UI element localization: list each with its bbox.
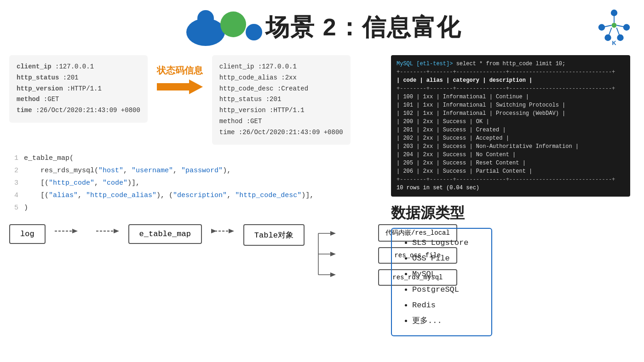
mysql-row-10: | 206 | 2xx | Success | Partial Content …: [397, 167, 625, 175]
top-section: client_ip :127.0.0.1 http_status :201 ht…: [9, 55, 386, 145]
main-content: client_ip :127.0.0.1 http_status :201 ht…: [0, 55, 644, 362]
datasource-section: 数据源类型 SLS Logstore OSS File MySQL Postgr…: [391, 203, 635, 336]
code-text-3: [("http_code", "code")],: [24, 177, 140, 189]
svg-marker-32: [330, 252, 336, 256]
datasource-item-4: PostgreSQL: [412, 282, 480, 298]
datasource-box: SLS Logstore OSS File MySQL PostgreSQL R…: [391, 228, 492, 336]
mysql-header: | code | alias | category | description …: [397, 76, 625, 85]
svg-marker-16: [157, 79, 203, 94]
logo-right: K: [593, 5, 635, 46]
mysql-row-1: | 100 | 1xx | Informational | Continue |: [397, 93, 625, 101]
code-line-4: 4 [("alias", "http_code_alias"), ("descr…: [9, 189, 386, 202]
svg-point-9: [612, 23, 617, 28]
mysql-row-9: | 205 | 2xx | Success | Reset Content |: [397, 159, 625, 167]
enriched-field-6: method :GET: [219, 116, 343, 127]
mysql-prompt: MySQL [etl-test]>: [397, 61, 453, 67]
datasource-item-5: Redis: [412, 298, 480, 313]
datasource-item-6: 更多...: [412, 313, 480, 329]
log-record: client_ip :127.0.0.1 http_status :201 ht…: [9, 55, 148, 123]
enriched-field-5: http_version :HTTP/1.1: [219, 105, 343, 116]
mysql-separator-bot: +--------+-------+---------------+------…: [397, 175, 625, 184]
code-line-1: 1 e_table_map(: [9, 152, 386, 164]
code-text-5: ): [24, 202, 28, 214]
diag-sources: [314, 224, 369, 284]
log-field-3: http_version :HTTP/1.1: [17, 84, 140, 95]
svg-marker-23: [114, 229, 119, 233]
code-section: 1 e_table_map( 2 res_rds_mysql("host", "…: [9, 149, 386, 217]
mysql-row-7: | 203 | 2xx | Success | Non-Authoritativ…: [397, 142, 625, 151]
diag-etl-box: e_table_map: [128, 224, 202, 244]
diag-log-box: log: [9, 224, 46, 244]
diag-arrow-2: [96, 224, 119, 238]
line-num-5: 5: [9, 202, 18, 214]
arrow-label: 状态码信息: [157, 64, 203, 77]
log-field-2: http_status :201: [17, 73, 140, 84]
code-line-3: 3 [("http_code", "code")],: [9, 177, 386, 189]
logo-left: [183, 7, 265, 48]
diag-source-connections: [314, 224, 369, 284]
diag-log-label: log: [20, 230, 34, 238]
line-num-4: 4: [9, 189, 18, 202]
svg-marker-18: [72, 229, 78, 233]
svg-marker-33: [330, 272, 336, 277]
datasource-item-3: MySQL: [412, 266, 480, 282]
diag-arrow-3: [211, 224, 234, 238]
code-line-2: 2 res_rds_mysql("host", "username", "pas…: [9, 164, 386, 177]
enriched-field-2: http_code_alias :2xx: [219, 73, 343, 84]
diag-arrow-1: [55, 224, 78, 238]
log-field-4: method :GET: [17, 94, 140, 105]
svg-marker-26: [229, 229, 234, 233]
mysql-row-6: | 202 | 2xx | Success | Accepted |: [397, 134, 625, 142]
diag-table-box: Table对象: [243, 224, 305, 246]
mysql-row-4: | 200 | 2xx | Success | OK |: [397, 118, 625, 126]
page-title: 场景 2：信息富化: [265, 11, 461, 44]
mysql-separator-mid: +--------+-------+---------------+------…: [397, 85, 625, 93]
mysql-row-8: | 204 | 2xx | Success | No Content |: [397, 151, 625, 159]
mysql-row-2: | 101 | 1xx | Informational | Switching …: [397, 101, 625, 109]
diag-table-label: Table对象: [254, 231, 293, 240]
left-panel: client_ip :127.0.0.1 http_status :201 ht…: [9, 55, 386, 362]
mysql-row-3: | 102 | 1xx | Informational | Processing…: [397, 109, 625, 118]
arrow-section: 状态码信息: [152, 55, 207, 95]
enriched-field-4: http_status :201: [219, 94, 343, 105]
datasource-list: SLS Logstore OSS File MySQL PostgreSQL R…: [403, 235, 480, 329]
line-num-2: 2: [9, 164, 18, 177]
diag-arrow-icon-3: [211, 224, 234, 238]
mysql-summary: 10 rows in set (0.04 sec): [397, 184, 625, 192]
enriched-field-1: client_ip :127.0.0.1: [219, 62, 343, 73]
log-field-1: client_ip :127.0.0.1: [17, 62, 140, 73]
enriched-record: client_ip :127.0.0.1 http_code_alias :2x…: [212, 55, 351, 145]
line-num-3: 3: [9, 177, 18, 189]
arrow-icon: [157, 79, 203, 95]
svg-text:K: K: [612, 40, 616, 46]
line-num-1: 1: [9, 152, 18, 164]
datasource-title: 数据源类型: [391, 203, 465, 223]
diag-arrow-icon-1: [55, 224, 78, 238]
mysql-prompt-line: MySQL [etl-test]> select * from http_cod…: [397, 60, 625, 68]
code-text-4: [("alias", "http_code_alias"), ("descrip…: [24, 189, 314, 202]
code-text-2: res_rds_mysql("host", "username", "passw…: [24, 164, 231, 177]
svg-point-3: [197, 10, 214, 27]
log-field-5: time :26/Oct/2020:21:43:09 +0800: [17, 105, 140, 116]
mysql-separator-top: +--------+-------+---------------+------…: [397, 68, 625, 76]
svg-point-2: [246, 24, 262, 40]
bottom-diagram-area: log: [9, 224, 386, 286]
mysql-row-5: | 201 | 2xx | Success | Created |: [397, 126, 625, 134]
code-text-1: e_table_map(: [24, 152, 74, 164]
mysql-terminal: MySQL [etl-test]> select * from http_cod…: [391, 55, 630, 197]
datasource-item-1: SLS Logstore: [412, 235, 480, 251]
diag-arrow-icon-2: [96, 224, 119, 238]
svg-point-1: [220, 11, 246, 37]
code-line-5: 5 ): [9, 202, 386, 214]
enriched-field-3: http_code_desc :Created: [219, 84, 343, 95]
datasource-item-2: OSS File: [412, 251, 480, 266]
header: 场景 2：信息富化 K: [0, 0, 644, 55]
mysql-query: select * from http_code limit 10;: [456, 61, 566, 67]
svg-marker-31: [330, 231, 336, 236]
right-panel: MySQL [etl-test]> select * from http_cod…: [391, 55, 635, 362]
svg-marker-25: [211, 229, 217, 233]
enriched-field-7: time :26/Oct/2020:21:43:09 +0800: [219, 127, 343, 138]
diag-etl-label: e_table_map: [139, 230, 191, 238]
